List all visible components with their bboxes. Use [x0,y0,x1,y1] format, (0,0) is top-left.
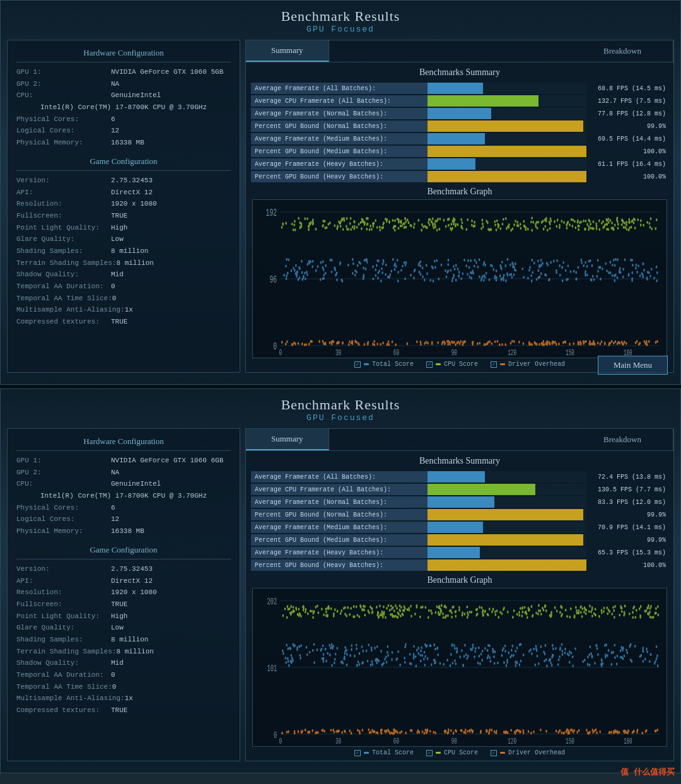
svg-point-436 [516,221,518,224]
svg-point-483 [596,225,598,228]
svg-point-1393 [449,609,451,612]
svg-point-1382 [443,616,445,619]
svg-point-444 [326,226,328,230]
svg-point-343 [322,278,324,281]
svg-point-835 [367,341,369,344]
svg-point-424 [436,228,438,231]
svg-point-951 [358,660,359,664]
svg-point-1715 [596,732,598,735]
svg-point-196 [294,269,296,272]
svg-point-73 [287,272,289,275]
tab-summary-1[interactable]: Summary [246,40,329,62]
legend-label-driver-2: Driver Overhead [508,749,565,756]
svg-point-318 [291,269,293,272]
svg-point-292 [653,277,655,280]
svg-point-585 [499,227,501,230]
svg-point-31 [352,272,354,275]
svg-point-1207 [601,660,603,663]
gpu2-value-1: NA [111,78,119,90]
svg-point-398 [505,217,507,220]
svg-point-1442 [395,604,397,607]
bench-label: Average Framerate (Normal Batches): [251,108,428,119]
tab-breakdown-2[interactable]: Breakdown [585,430,660,450]
log-cores-value-1: 12 [111,125,119,137]
svg-point-1587 [525,611,527,614]
svg-point-153 [458,275,460,278]
svg-point-1572 [578,609,580,612]
svg-point-770 [511,340,513,343]
svg-point-1169 [433,658,435,662]
svg-point-434 [626,228,628,231]
svg-point-1210 [325,648,327,651]
svg-point-1652 [305,728,306,732]
svg-point-251 [322,260,324,264]
svg-point-1597 [397,616,399,619]
svg-point-340 [414,269,416,272]
svg-point-1024 [465,653,467,657]
svg-point-109 [521,267,523,271]
svg-point-1330 [496,609,498,612]
svg-point-1435 [458,606,460,609]
svg-point-814 [645,342,647,346]
svg-point-895 [541,342,543,345]
svg-point-961 [616,663,618,666]
svg-point-1090 [471,648,473,652]
bench-bar-container [428,522,586,533]
svg-point-263 [426,264,428,267]
svg-point-314 [336,278,338,281]
svg-point-1575 [313,611,315,614]
svg-point-1150 [605,643,607,647]
svg-point-1211 [358,663,360,666]
svg-point-1766 [309,730,311,734]
bench-value: 99.9% [586,537,668,544]
svg-point-852 [594,342,596,346]
svg-point-849 [358,343,360,346]
svg-point-676 [308,225,310,228]
svg-point-307 [335,272,337,276]
svg-point-1819 [520,730,521,734]
bench-value: 100.0% [586,173,668,180]
svg-point-1760 [561,732,563,735]
tab-summary-2[interactable]: Summary [246,429,329,450]
svg-point-1139 [516,647,518,650]
svg-point-252 [530,274,532,278]
svg-point-707 [656,218,658,221]
svg-point-297 [527,277,529,280]
svg-point-1257 [536,649,538,652]
svg-point-525 [366,217,368,220]
svg-point-1160 [300,644,302,647]
svg-point-19 [397,271,399,274]
svg-point-994 [489,657,491,660]
svg-point-780 [457,341,458,344]
svg-point-1596 [580,611,582,614]
svg-point-1818 [450,729,452,732]
svg-point-1149 [387,645,388,648]
svg-point-51 [286,258,288,261]
svg-point-688 [489,228,491,231]
svg-point-776 [573,342,575,345]
svg-point-840 [427,342,429,345]
svg-point-674 [535,223,537,226]
svg-point-1030 [608,649,610,652]
svg-point-568 [394,229,396,232]
svg-point-202 [561,266,563,269]
svg-point-894 [549,342,550,346]
svg-point-1440 [402,614,404,617]
svg-point-258 [610,260,612,264]
panel-2-content: Hardware Configuration GPU 1: NVIDIA GeF… [1,425,680,768]
svg-point-1341 [520,607,521,610]
svg-point-1582 [396,607,398,610]
svg-point-991 [424,651,426,654]
svg-text:96: 96 [269,273,277,286]
svg-point-254 [320,261,322,264]
tab-breakdown-1[interactable]: Breakdown [585,41,660,61]
svg-point-1228 [387,651,388,654]
svg-point-778 [388,341,390,344]
svg-point-1286 [521,614,523,617]
svg-point-1060 [590,645,591,648]
main-menu-button[interactable]: Main Menu [598,356,668,375]
svg-point-1580 [410,605,412,608]
svg-point-543 [502,223,504,226]
svg-point-1208 [322,657,323,660]
svg-point-1807 [623,730,625,733]
